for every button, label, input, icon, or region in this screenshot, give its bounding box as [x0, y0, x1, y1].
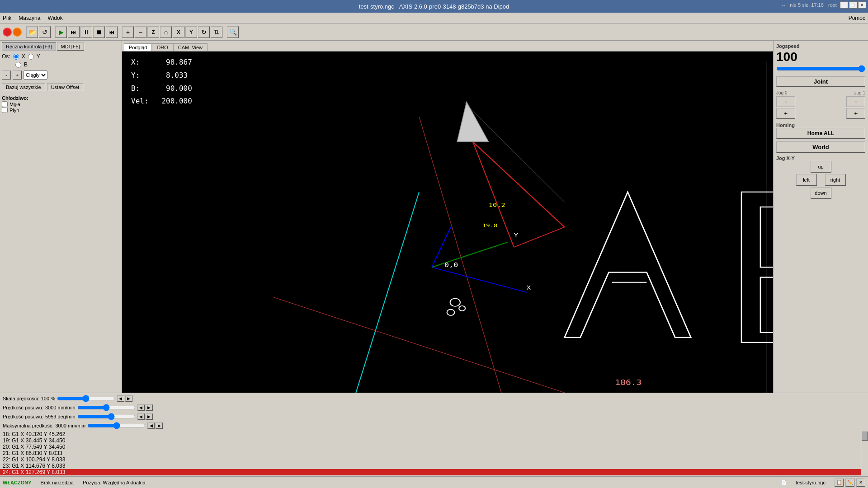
run-button[interactable]: ▶: [55, 26, 67, 38]
menu-widok[interactable]: Widok: [47, 15, 62, 21]
jog-minus[interactable]: -: [2, 70, 11, 80]
gcode-scrollbar[interactable]: [861, 431, 868, 476]
gcode-row: 19: G1 X 36.445 Y 34.450: [0, 437, 861, 444]
jog1-label: Jog 1: [854, 90, 865, 95]
bottom-status: WŁĄCZONY Brak narzędzia Pozycja: Względn…: [0, 476, 868, 488]
dro-b-val: 90.000: [166, 84, 192, 93]
max-pred-right[interactable]: ▶: [156, 422, 163, 429]
jog0-minus[interactable]: -: [776, 96, 795, 107]
pause2-button[interactable]: ⏸: [80, 26, 92, 38]
pred-right-1[interactable]: ▶: [146, 404, 153, 411]
radio-x[interactable]: [13, 54, 19, 60]
dro-x: X: 98.867: [131, 56, 192, 69]
win-user: root: [828, 2, 837, 8]
x-btn[interactable]: X: [173, 26, 184, 38]
max-pred-slider[interactable]: [87, 423, 146, 428]
baz-row: Bazuj wszystkie Ustaw Offset: [2, 83, 120, 91]
tool-plus[interactable]: +: [122, 26, 134, 38]
gcode-row: 18: G1 X 40.320 Y 45.262: [0, 431, 861, 437]
view-tabs: Podgląd DRO CAM_View: [122, 41, 773, 52]
jog0-plus[interactable]: +: [776, 108, 795, 119]
jog1-plus[interactable]: +: [846, 108, 865, 119]
rewind-button[interactable]: ⏮: [106, 26, 118, 38]
tab-podglad[interactable]: Podgląd: [124, 43, 152, 51]
mgla-check[interactable]: [2, 101, 8, 107]
stop2-button[interactable]: ⏹: [93, 26, 105, 38]
menu-pomoc[interactable]: Pomoc: [849, 15, 865, 21]
pred-left-1[interactable]: ◀: [137, 404, 145, 411]
homing-section: Homing Home ALL: [776, 122, 865, 139]
right-panel: Jogspeed 100 Joint Jog 0 Jog 1 - - +: [773, 41, 868, 393]
step-button[interactable]: ⏭: [68, 26, 80, 38]
canvas-viewport[interactable]: X: 98.867 Y: 8.033 B: 90.000: [122, 52, 773, 393]
radio-b[interactable]: [15, 62, 21, 68]
pred-left-2[interactable]: ◀: [137, 413, 145, 420]
file-icon: 📄: [781, 480, 787, 485]
pred-slider-2[interactable]: [77, 414, 136, 419]
pred-arrows-2: ◀ ▶: [137, 413, 153, 420]
home-all-button[interactable]: Home ALL: [776, 128, 865, 139]
home2-btn[interactable]: ⌂: [160, 26, 172, 38]
speed-row-3: Prędkość posuwu: 5959 deg/min ◀ ▶: [3, 412, 865, 421]
skala-left[interactable]: ◀: [117, 395, 124, 402]
skala-slider[interactable]: [57, 396, 115, 401]
jog-plus[interactable]: +: [13, 70, 22, 80]
gcode-row: 20: G1 X 77.549 Y 34.450: [0, 444, 861, 450]
ustaw-btn[interactable]: Ustaw Offset: [47, 83, 84, 91]
tool-minus[interactable]: −: [135, 26, 146, 38]
menu-maszyna[interactable]: Maszyna: [19, 15, 40, 21]
menu-plik[interactable]: Plik: [3, 15, 11, 21]
pred-posuwu2-label: Prędkość posuwu:: [3, 414, 43, 419]
pause-button[interactable]: [13, 28, 22, 37]
baz-btn[interactable]: Bazuj wszystkie: [2, 83, 45, 91]
bottom-btn-3[interactable]: ✕: [856, 479, 865, 487]
y-btn[interactable]: Y: [185, 26, 197, 38]
jog-right-button[interactable]: right: [825, 174, 846, 186]
win-close[interactable]: ✕: [858, 1, 866, 9]
dro-y-label: Y:: [131, 71, 140, 80]
open-button[interactable]: 📂: [26, 26, 38, 38]
jogspeed-slider[interactable]: [776, 65, 865, 72]
jog-lr-row: left right: [796, 174, 846, 186]
jog0-label: Jog 0: [776, 90, 787, 95]
tab-dro[interactable]: DRO: [152, 43, 173, 51]
jog1-minus[interactable]: -: [846, 96, 865, 107]
jog-mode-select[interactable]: Ciągły: [24, 70, 47, 80]
tab-mdi[interactable]: MDI [F5]: [57, 42, 84, 51]
bottom-btn-2[interactable]: ✏️: [845, 479, 854, 487]
tab-manual[interactable]: Ręczna kontrola [F3]: [2, 42, 56, 51]
win-minimize[interactable]: _: [840, 1, 848, 9]
dro-overlay: X: 98.867 Y: 8.033 B: 90.000: [131, 56, 192, 108]
jog-up-button[interactable]: up: [811, 161, 831, 173]
svg-text:186.3: 186.3: [615, 379, 642, 387]
skala-right[interactable]: ▶: [125, 395, 132, 402]
z-btn[interactable]: Z: [147, 26, 159, 38]
jogspeed-section: Jogspeed 100: [776, 43, 865, 74]
bottom-btn-1[interactable]: 📋: [835, 479, 844, 487]
gcode-list[interactable]: 18: G1 X 40.320 Y 45.26219: G1 X 36.445 …: [0, 431, 861, 476]
radio-y[interactable]: [28, 54, 34, 60]
pred-right-2[interactable]: ▶: [146, 413, 153, 420]
world-button[interactable]: World: [776, 141, 865, 153]
os-label: Os:: [2, 53, 10, 60]
gcode-row: 23: G1 X 114.676 Y 8.033: [0, 463, 861, 469]
jog-down-button[interactable]: down: [811, 187, 831, 199]
jog-left-button[interactable]: left: [796, 174, 817, 186]
reload-button[interactable]: ↺: [39, 26, 51, 38]
win-info: --: [782, 2, 785, 8]
plyn-check[interactable]: [2, 107, 8, 113]
window-title: test-styro.ngc - AXIS 2.6.0-pre0-3148-g8…: [359, 3, 509, 10]
max-pred-val: 3000 mm/min: [56, 423, 86, 428]
tab-cam[interactable]: CAM_View: [173, 43, 208, 51]
jog-up-row: up: [811, 161, 831, 173]
skala-arrows: ◀ ▶: [117, 395, 132, 402]
pred-slider-1[interactable]: [77, 405, 136, 410]
max-pred-left[interactable]: ◀: [147, 422, 155, 429]
toolpath-canvas: 10.2 19.8 0,0 Y X 186.3: [122, 52, 773, 393]
win-maximize[interactable]: □: [849, 1, 857, 9]
rot-btn[interactable]: ↻: [198, 26, 210, 38]
zoom-in[interactable]: 🔍: [227, 26, 239, 38]
flip-btn[interactable]: ⇅: [211, 26, 222, 38]
stop-button[interactable]: [3, 28, 12, 37]
jog-controls: - + Ciągły: [2, 70, 120, 80]
